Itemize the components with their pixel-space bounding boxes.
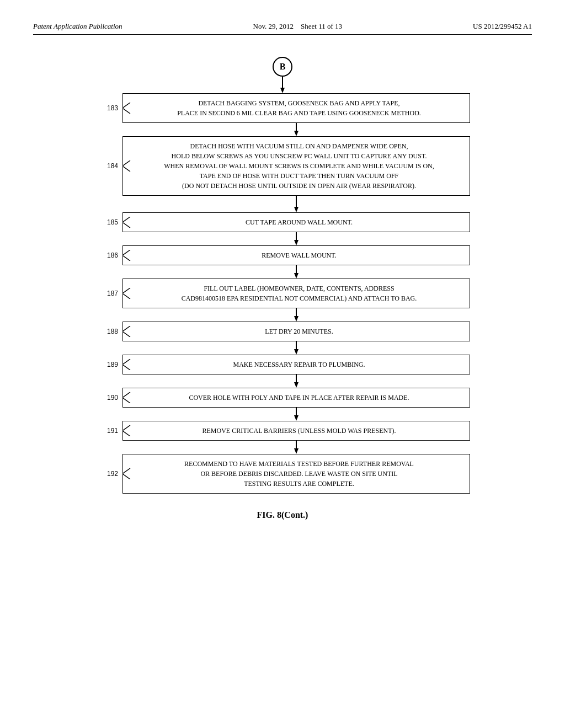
label-188: 188 [95,322,122,341]
box-190: COVER HOLE WITH POLY AND TAPE IN PLACE A… [122,388,470,408]
step-text-185: CUT TAPE AROUND WALL MOUNT. [131,217,462,227]
notch-189 [122,359,131,370]
header-patent-number: US 2012/299452 A1 [473,22,532,31]
steps-container: 183 DETACH BAGGING SYSTEM, GOOSENECK BAG… [95,93,470,494]
step-box-189: MAKE NECESSARY REPAIR TO PLUMBING. [122,355,470,374]
header-date: Nov. 29, 2012 [253,22,294,30]
svg-marker-17 [294,415,299,421]
step-185-row: 185 CUT TAPE AROUND WALL MOUNT. [95,212,470,232]
top-connector-section: B [273,57,292,93]
notch-192 [122,468,131,479]
step-text-191: REMOVE CRITICAL BARRIERS (UNLESS MOLD WA… [131,426,462,436]
box-183: DETACH BAGGING SYSTEM, GOOSENECK BAG AND… [122,93,470,123]
notch-183 [122,103,131,114]
svg-marker-11 [294,316,299,322]
step-box-184: DETACH HOSE WITH VACUUM STILL ON AND DAM… [122,136,470,196]
step-186-row: 186 REMOVE WALL MOUNT. [95,245,470,265]
step-text-189: MAKE NECESSARY REPAIR TO PLUMBING. [131,360,462,370]
figure-caption: FIG. 8(Cont.) [257,510,308,520]
step-188-row: 188 LET DRY 20 MINUTES. [95,322,470,341]
svg-marker-1 [280,88,285,93]
label-186: 186 [95,245,122,265]
notch-187 [122,288,131,299]
step-text-190: COVER HOLE WITH POLY AND TAPE IN PLACE A… [131,393,462,403]
step-text-183: DETACH BAGGING SYSTEM, GOOSENECK BAG AND… [131,98,462,118]
header-sheet: Sheet 11 of 13 [301,22,342,30]
header-publication-label: Patent Application Publication [33,22,122,31]
step-box-183: DETACH BAGGING SYSTEM, GOOSENECK BAG AND… [122,93,470,123]
step-192-row: 192 RECOMMEND TO HAVE MATERIALS TESTED B… [95,454,470,494]
box-191: REMOVE CRITICAL BARRIERS (UNLESS MOLD WA… [122,421,470,441]
svg-marker-13 [294,349,299,355]
step-184-row: 184 DETACH HOSE WITH VACUUM STILL ON AND… [95,136,470,196]
connector-circle-b: B [273,57,292,77]
svg-marker-15 [294,382,299,388]
label-184: 184 [95,136,122,196]
page-header: Patent Application Publication Nov. 29, … [33,22,532,35]
svg-marker-3 [294,131,299,136]
page: Patent Application Publication Nov. 29, … [0,0,565,728]
step-text-184: DETACH HOSE WITH VACUUM STILL ON AND DAM… [131,141,462,191]
label-183: 183 [95,93,122,123]
label-190: 190 [95,388,122,408]
step-box-188: LET DRY 20 MINUTES. [122,322,470,341]
step-box-190: COVER HOLE WITH POLY AND TAPE IN PLACE A… [122,388,470,408]
box-186: REMOVE WALL MOUNT. [122,245,470,265]
arrow-188-189 [95,341,470,355]
svg-marker-9 [294,273,299,279]
box-185: CUT TAPE AROUND WALL MOUNT. [122,212,470,232]
step-box-187: FILL OUT LABEL (HOMEOWNER, DATE, CONTENT… [122,279,470,308]
arrow-191-192 [95,441,470,454]
step-189-row: 189 MAKE NECESSARY REPAIR TO PLUMBING. [95,355,470,374]
step-191-row: 191 REMOVE CRITICAL BARRIERS (UNLESS MOL… [95,421,470,441]
step-box-192: RECOMMEND TO HAVE MATERIALS TESTED BEFOR… [122,454,470,494]
box-187: FILL OUT LABEL (HOMEOWNER, DATE, CONTENT… [122,279,470,308]
flowchart: B 183 DETACH BAGGING SYSTEM, [33,57,532,520]
notch-185 [122,217,131,228]
step-box-191: REMOVE CRITICAL BARRIERS (UNLESS MOLD WA… [122,421,470,441]
notch-190 [122,392,131,403]
step-text-188: LET DRY 20 MINUTES. [131,326,462,336]
step-box-185: CUT TAPE AROUND WALL MOUNT. [122,212,470,232]
step-box-186: REMOVE WALL MOUNT. [122,245,470,265]
label-192: 192 [95,454,122,494]
box-192: RECOMMEND TO HAVE MATERIALS TESTED BEFOR… [122,454,470,494]
svg-marker-19 [294,448,299,454]
arrow-186-187 [95,265,470,279]
arrow-to-step-183 [279,77,286,93]
svg-marker-7 [294,240,299,245]
box-188: LET DRY 20 MINUTES. [122,322,470,341]
arrow-187-188 [95,308,470,322]
header-date-sheet: Nov. 29, 2012 Sheet 11 of 13 [253,22,343,31]
arrow-190-191 [95,408,470,421]
notch-191 [122,425,131,436]
arrow-185-186 [95,232,470,245]
notch-184 [122,160,131,172]
svg-marker-5 [294,207,299,212]
connector-label: B [280,62,286,72]
notch-186 [122,250,131,261]
label-185: 185 [95,212,122,232]
label-189: 189 [95,355,122,374]
arrow-184-185 [95,196,470,212]
step-183-row: 183 DETACH BAGGING SYSTEM, GOOSENECK BAG… [95,93,470,123]
step-187-row: 187 FILL OUT LABEL (HOMEOWNER, DATE, CON… [95,279,470,308]
label-187: 187 [95,279,122,308]
notch-188 [122,326,131,337]
step-text-192: RECOMMEND TO HAVE MATERIALS TESTED BEFOR… [131,459,462,489]
step-190-row: 190 COVER HOLE WITH POLY AND TAPE IN PLA… [95,388,470,408]
box-189: MAKE NECESSARY REPAIR TO PLUMBING. [122,355,470,374]
step-text-187: FILL OUT LABEL (HOMEOWNER, DATE, CONTENT… [131,283,462,303]
box-184: DETACH HOSE WITH VACUUM STILL ON AND DAM… [122,136,470,196]
arrow-189-190 [95,374,470,388]
label-191: 191 [95,421,122,441]
arrow-183-184 [95,123,470,136]
step-text-186: REMOVE WALL MOUNT. [131,250,462,260]
